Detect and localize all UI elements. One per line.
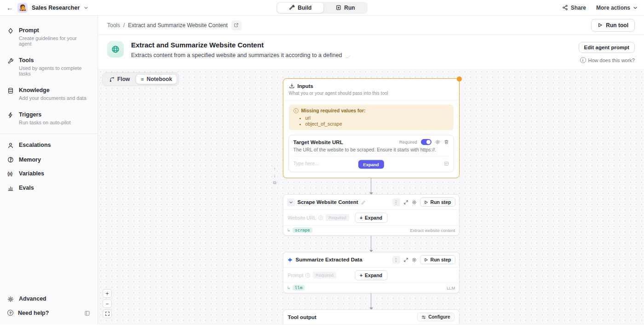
run-tool-label: Run tool [606, 22, 628, 29]
duplicate-icon[interactable]: ⧉ [273, 180, 276, 185]
pencil-icon[interactable] [361, 198, 366, 206]
topbar: ← 🧑‍🎤 Sales Researcher Build Run Share M… [0, 0, 644, 16]
info-icon: i [318, 215, 323, 220]
configure-button[interactable]: Configure [417, 313, 454, 321]
run-tool-button[interactable]: Run tool [591, 19, 635, 32]
flow-view-tab[interactable]: Flow [104, 74, 135, 84]
edit-agent-prompt-button[interactable]: Edit agent prompt [579, 42, 635, 53]
sidebar-item-label: Variables [19, 170, 44, 177]
sidebar-item-label: Prompt [19, 27, 39, 34]
chevron-down-icon[interactable] [84, 6, 88, 10]
sidebar-item-knowledge[interactable]: Knowledge Add your documents and data [0, 81, 98, 105]
param-label: Website URL [288, 215, 316, 221]
run-label: Run [344, 5, 355, 11]
gear-icon [7, 295, 14, 302]
sidebar-item-label: Memory [19, 157, 41, 163]
expand-diagonal-icon[interactable] [403, 257, 408, 262]
sidebar-item-label: Advanced [19, 296, 46, 302]
sliders-icon [421, 315, 426, 319]
collapse-step-icon[interactable] [287, 198, 295, 206]
trash-icon[interactable] [444, 139, 449, 145]
insert-variable-icon[interactable] [444, 159, 449, 168]
share-icon [562, 5, 568, 11]
tool-description[interactable]: Extracts content from a specified websit… [131, 52, 342, 58]
agent-avatar[interactable]: 🧑‍🎤 [17, 3, 28, 13]
tool-output-node[interactable]: Tool output Configure output + Add [283, 309, 460, 325]
sidebar-item-variables[interactable]: {x} Variables [0, 167, 98, 180]
required-toggle[interactable] [421, 139, 431, 145]
step-output-key[interactable]: llm [293, 285, 305, 290]
summarize-step-node[interactable]: Summarize Extracted Data ⋮ Run step [283, 252, 460, 293]
breadcrumb-separator: / [123, 22, 125, 29]
play-icon [424, 200, 428, 204]
more-actions-button[interactable]: More actions [596, 5, 638, 11]
run-icon [335, 5, 341, 11]
build-tab[interactable]: Build [277, 3, 323, 13]
agent-name[interactable]: Sales Researcher [32, 5, 80, 11]
share-button[interactable]: Share [562, 5, 586, 11]
move-down-icon[interactable]: ↓ [273, 174, 276, 178]
sidebar-item-evals[interactable]: Evals [0, 180, 98, 195]
sidebar: Prompt Create guidelines for your agent … [0, 16, 98, 325]
memory-icon [7, 156, 14, 163]
step-title: Summarize Extracted Data [296, 257, 362, 262]
run-tab[interactable]: Run [323, 3, 367, 13]
kebab-menu-icon[interactable]: ⋮ [392, 256, 400, 264]
sidebar-item-label: Knowledge [19, 87, 50, 93]
warning-info-icon: i [293, 108, 299, 113]
field-title: Target Website URL [293, 139, 343, 145]
kebab-menu-icon[interactable]: ⋮ [392, 198, 400, 206]
connector-arrow [371, 178, 371, 194]
gear-icon[interactable] [435, 139, 440, 145]
expand-label: Expand [365, 215, 382, 221]
expand-diagonal-icon[interactable] [403, 200, 408, 205]
required-label: Required [399, 139, 417, 145]
back-icon[interactable]: ← [6, 4, 13, 12]
expand-step-button[interactable]: + Expand [355, 213, 387, 223]
sidebar-item-tools[interactable]: Tools Used by agents to complete tasks [0, 51, 98, 81]
sidebar-item-label: Triggers [19, 111, 41, 118]
sidebar-item-escalations[interactable]: Escalations [0, 138, 98, 152]
resize-handle-icon[interactable] [345, 55, 350, 58]
warning-title: Missing required values for: [301, 108, 366, 113]
run-step-button[interactable]: Run step [420, 255, 455, 264]
expand-input-button[interactable]: Expand [358, 160, 384, 168]
connector-arrow [371, 293, 371, 309]
zoom-out-button[interactable]: − [103, 299, 112, 308]
gear-icon[interactable] [412, 257, 417, 262]
scrape-step-node[interactable]: Scrape Website Content ⋮ Run step [283, 194, 460, 236]
inputs-node[interactable]: Inputs What you or your agent should pas… [283, 78, 460, 178]
info-icon: i [305, 273, 310, 278]
input-field-card: Target Website URL Required The URL of t… [288, 135, 454, 172]
person-icon [7, 141, 14, 149]
external-link-icon[interactable] [231, 20, 242, 30]
sidebar-item-need-help[interactable]: ? Need help? [0, 306, 98, 320]
required-badge: Required [326, 214, 349, 221]
expand-step-button[interactable]: + Expand [355, 270, 387, 280]
breadcrumb-root[interactable]: Tools [107, 22, 120, 29]
sidebar-item-advanced[interactable]: Advanced [0, 291, 98, 306]
run-step-label: Run step [431, 199, 451, 205]
sidebar-item-prompt[interactable]: Prompt Create guidelines for your agent [0, 21, 98, 51]
run-step-button[interactable]: Run step [420, 197, 455, 207]
workflow-canvas[interactable]: Flow ≡ Notebook ↑ ↓ ⧉ [98, 69, 644, 325]
view-toggle: Flow ≡ Notebook [102, 72, 179, 86]
fit-view-button[interactable] [103, 309, 112, 318]
step-output-key[interactable]: scrape [293, 227, 312, 233]
move-up-icon[interactable]: ↑ [273, 167, 276, 171]
zoom-in-button[interactable]: + [103, 289, 112, 298]
how-does-this-work-link[interactable]: i How does this work? [580, 57, 635, 63]
sidebar-item-desc: Add your documents and data [19, 95, 86, 101]
return-arrow-icon: ↳ [287, 228, 291, 232]
gear-icon[interactable] [412, 200, 417, 205]
notebook-view-tab[interactable]: ≡ Notebook [136, 74, 177, 84]
sidebar-item-triggers[interactable]: Triggers Run tasks on auto-pilot [0, 105, 98, 130]
mode-toggle: Build Run [276, 2, 368, 14]
wrench-icon [7, 56, 14, 76]
warning-item: url [305, 115, 449, 121]
step-type-label: Extract website content [410, 228, 455, 233]
configure-label: Configure [428, 314, 450, 319]
collapse-panel-icon[interactable] [84, 310, 90, 316]
step-type-label: LLM [447, 285, 455, 290]
sidebar-item-memory[interactable]: Memory [0, 152, 98, 167]
